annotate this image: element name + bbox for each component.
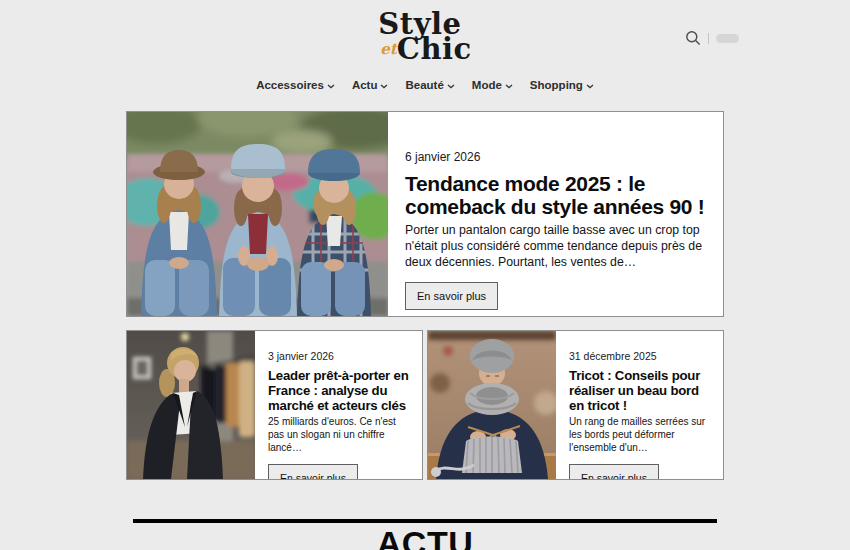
nav-label: Beauté — [405, 79, 443, 91]
header-divider — [708, 33, 709, 44]
article-date: 3 janvier 2026 — [268, 350, 414, 362]
nav-label: Accessoires — [256, 79, 324, 91]
chevron-down-icon — [505, 79, 513, 91]
chevron-down-icon — [380, 79, 388, 91]
site-logo[interactable]: Style etChic — [378, 9, 471, 66]
featured-article-card: 6 janvier 2026 Tendance mode 2025 : le c… — [126, 111, 724, 317]
article-title[interactable]: Tricot : Conseils pour réaliser un beau … — [569, 369, 715, 414]
nav-label: Shopping — [530, 79, 583, 91]
article-image[interactable] — [428, 331, 556, 479]
read-more-button[interactable]: En savoir plus — [405, 282, 498, 310]
featured-article-image[interactable] — [127, 112, 388, 316]
nav-item-accessoires[interactable]: Accessoires — [256, 79, 335, 91]
nav-item-beaute[interactable]: Beauté — [405, 79, 454, 91]
logo-word-chic: Chic — [397, 32, 472, 66]
logo-word-et: et — [380, 40, 396, 58]
chevron-down-icon — [586, 79, 594, 91]
article-date: 6 janvier 2026 — [405, 150, 709, 164]
section-title-actu: ACTU — [126, 524, 724, 550]
theme-toggle-pill[interactable] — [716, 34, 739, 43]
search-button[interactable] — [685, 30, 701, 46]
article-body: 3 janvier 2026 Leader prêt-à-porter en F… — [255, 331, 422, 479]
nav-item-mode[interactable]: Mode — [472, 79, 513, 91]
article-date: 31 décembre 2025 — [569, 350, 715, 362]
nav-item-shopping[interactable]: Shopping — [530, 79, 594, 91]
article-excerpt: Porter un pantalon cargo taille basse av… — [405, 223, 709, 271]
nav-item-actu[interactable]: Actu — [352, 79, 389, 91]
article-title[interactable]: Tendance mode 2025 : le comeback du styl… — [405, 173, 709, 218]
main-content: 6 janvier 2026 Tendance mode 2025 : le c… — [126, 111, 724, 550]
nav-label: Mode — [472, 79, 502, 91]
chevron-down-icon — [447, 79, 455, 91]
main-nav: Accessoires Actu Beauté Mode Shopping — [0, 79, 850, 91]
article-title[interactable]: Leader prêt-à-porter en France : analyse… — [268, 369, 414, 414]
read-more-button[interactable]: En savoir plus — [569, 464, 659, 481]
search-icon — [685, 34, 701, 49]
logo-line2: etChic — [378, 32, 471, 66]
article-card-tricot: 31 décembre 2025 Tricot : Conseils pour … — [427, 330, 724, 480]
featured-article-body: 6 janvier 2026 Tendance mode 2025 : le c… — [388, 112, 723, 316]
site-header: Style etChic — [0, 0, 850, 66]
articles-row: 3 janvier 2026 Leader prêt-à-porter en F… — [126, 330, 724, 480]
section-divider — [133, 519, 717, 523]
read-more-button[interactable]: En savoir plus — [268, 464, 358, 481]
article-image[interactable] — [127, 331, 255, 479]
article-excerpt: 25 milliards d'euros. Ce n'est pas un sl… — [268, 416, 414, 454]
nav-label: Actu — [352, 79, 378, 91]
article-card-pret-a-porter: 3 janvier 2026 Leader prêt-à-porter en F… — [126, 330, 423, 480]
actu-section-header: ACTU — [126, 519, 724, 550]
article-excerpt: Un rang de mailles serrées sur les bords… — [569, 416, 715, 454]
header-utilities — [685, 30, 739, 46]
article-body: 31 décembre 2025 Tricot : Conseils pour … — [556, 331, 723, 479]
chevron-down-icon — [327, 79, 335, 91]
